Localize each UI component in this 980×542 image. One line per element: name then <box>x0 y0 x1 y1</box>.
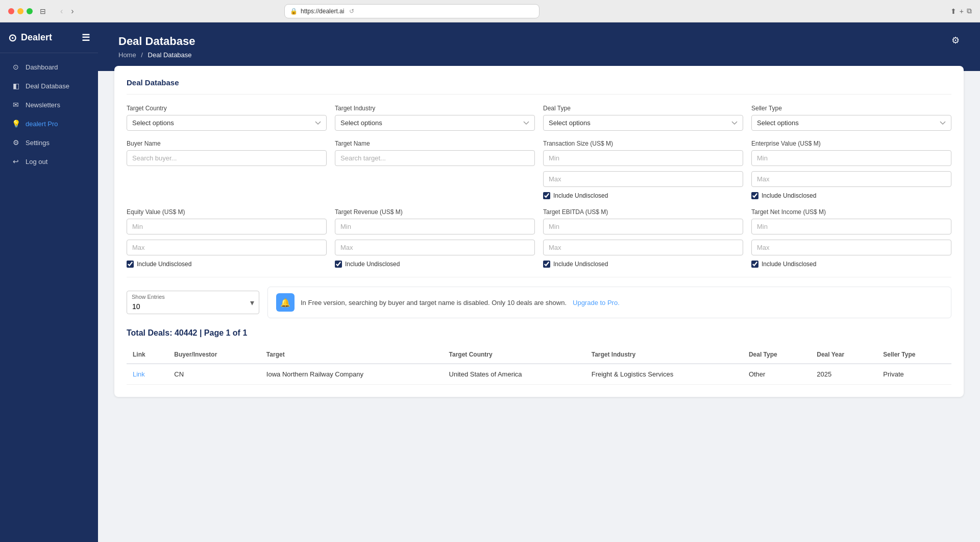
equity-value-undisclosed-checkbox[interactable] <box>127 261 134 268</box>
alert-bell-button[interactable]: 🔔 <box>276 293 295 312</box>
col-seller-type: Seller Type <box>877 346 951 364</box>
transaction-size-min[interactable] <box>543 150 743 166</box>
sidebar-toggle-button[interactable]: ⊟ <box>37 5 49 17</box>
settings-icon: ⚙ <box>11 138 20 147</box>
share-button[interactable]: ⬆ <box>950 7 957 15</box>
forward-button[interactable]: › <box>68 6 77 17</box>
target-net-income-max[interactable] <box>751 240 951 255</box>
target-name-label: Target Name <box>335 140 535 147</box>
nav-arrows: ‹ › <box>57 6 77 17</box>
equity-value-max[interactable] <box>127 240 327 255</box>
cell-country: United States of America <box>443 364 585 385</box>
toolbar-icons: ⬆ + ⧉ <box>950 7 972 15</box>
refresh-icon[interactable]: ↺ <box>349 8 354 15</box>
close-button[interactable] <box>8 8 14 14</box>
enterprise-value-max[interactable] <box>751 171 951 187</box>
target-ebitda-undisclosed-row: Include Undisclosed <box>543 261 743 268</box>
upgrade-link[interactable]: Upgrade to Pro. <box>573 299 620 307</box>
sidebar-nav: ⊙ Dashboard ◧ Deal Database ✉ Newsletter… <box>0 53 98 542</box>
pro-icon: 💡 <box>11 120 20 128</box>
enterprise-value-label: Enterprise Value (US$ M) <box>751 140 951 147</box>
breadcrumb-home[interactable]: Home <box>118 51 136 59</box>
filter-row-1: Target Country Select options Target Ind… <box>127 105 951 131</box>
table-body: Link CN Iowa Northern Railway Company Un… <box>127 364 951 385</box>
sidebar-label-newsletters: Newsletters <box>26 101 60 109</box>
back-button[interactable]: ‹ <box>57 6 66 17</box>
settings-gear-button[interactable]: ⚙ <box>951 35 960 46</box>
deal-type-select[interactable]: Select options <box>543 115 743 131</box>
filter-row-3: Equity Value (US$ M) Include Undisclosed… <box>127 208 951 268</box>
lock-icon: 🔒 <box>290 8 298 15</box>
equity-value-min[interactable] <box>127 219 327 234</box>
enterprise-value-undisclosed-checkbox[interactable] <box>751 192 758 199</box>
cell-buyer: CN <box>168 364 260 385</box>
show-entries-label: Show Entries <box>132 294 165 300</box>
buyer-name-input[interactable] <box>127 150 327 166</box>
sidebar-label-logout: Log out <box>26 158 47 166</box>
sidebar-label-deal-database: Deal Database <box>26 82 69 90</box>
filter-group-target-country: Target Country Select options <box>127 105 327 131</box>
url-bar[interactable]: 🔒 https://dealert.ai ↺ <box>284 4 540 18</box>
sidebar-item-logout[interactable]: ↩ Log out <box>3 152 95 171</box>
filter-group-target-name: Target Name <box>335 140 535 199</box>
sidebar-label-settings: Settings <box>26 139 50 147</box>
sidebar-item-deal-database[interactable]: ◧ Deal Database <box>3 77 95 95</box>
header-text: Deal Database Home / Deal Database <box>118 35 195 59</box>
target-ebitda-undisclosed-checkbox[interactable] <box>543 261 550 268</box>
col-industry: Target Industry <box>585 346 743 364</box>
filter-row-2: Buyer Name Target Name Transaction Size … <box>127 140 951 199</box>
maximize-button[interactable] <box>27 8 33 14</box>
target-revenue-max[interactable] <box>335 240 535 255</box>
target-country-label: Target Country <box>127 105 327 112</box>
sidebar-item-settings[interactable]: ⚙ Settings <box>3 133 95 152</box>
sidebar: ⊙ Dealert ☰ ⊙ Dashboard ◧ Deal Database … <box>0 22 98 542</box>
target-revenue-undisclosed-checkbox[interactable] <box>335 261 342 268</box>
sidebar-item-dashboard[interactable]: ⊙ Dashboard <box>3 58 95 76</box>
alert-banner: 🔔 In Free version, searching by buyer an… <box>267 287 951 318</box>
target-country-select[interactable]: Select options <box>127 115 327 131</box>
breadcrumb-separator: / <box>141 51 143 59</box>
target-net-income-undisclosed-checkbox[interactable] <box>751 261 758 268</box>
target-ebitda-label: Target EBITDA (US$ M) <box>543 208 743 216</box>
table-header: Link Buyer/Investor Target Target Countr… <box>127 346 951 364</box>
new-tab-button[interactable]: + <box>960 7 964 15</box>
col-country: Target Country <box>443 346 585 364</box>
filter-group-buyer-name: Buyer Name <box>127 140 327 199</box>
enterprise-value-min[interactable] <box>751 150 951 166</box>
sidebar-label-dealert-pro: dealert Pro <box>26 120 58 128</box>
sidebar-item-dealert-pro[interactable]: 💡 dealert Pro <box>3 114 95 133</box>
filter-group-target-industry: Target Industry Select options <box>335 105 535 131</box>
menu-icon[interactable]: ☰ <box>82 32 90 43</box>
col-buyer: Buyer/Investor <box>168 346 260 364</box>
filter-group-enterprise-value: Enterprise Value (US$ M) Include Undiscl… <box>751 140 951 199</box>
buyer-name-label: Buyer Name <box>127 140 327 147</box>
target-industry-select[interactable]: Select options <box>335 115 535 131</box>
sidebar-item-newsletters[interactable]: ✉ Newsletters <box>3 96 95 114</box>
col-target: Target <box>260 346 443 364</box>
panel-title: Deal Database <box>127 78 951 95</box>
breadcrumb-current: Deal Database <box>148 51 192 59</box>
deals-table: Link Buyer/Investor Target Target Countr… <box>127 346 951 385</box>
cell-industry: Freight & Logistics Services <box>585 364 743 385</box>
total-deals-text: Total Deals: 40442 | Page 1 of 1 <box>127 328 951 338</box>
target-name-input[interactable] <box>335 150 535 166</box>
seller-type-select[interactable]: Select options <box>751 115 951 131</box>
alert-message-text: In Free version, searching by buyer and … <box>301 299 567 307</box>
content-area: Deal Database Target Country Select opti… <box>98 71 980 542</box>
transaction-size-max[interactable] <box>543 171 743 187</box>
target-ebitda-max[interactable] <box>543 240 743 255</box>
target-ebitda-min[interactable] <box>543 219 743 234</box>
logo-icon: ⊙ <box>8 32 17 44</box>
deal-link[interactable]: Link <box>133 370 145 378</box>
dashboard-icon: ⊙ <box>11 63 20 71</box>
show-entries-wrapper: Show Entries 10 25 50 100 ▾ <box>127 291 259 314</box>
filter-group-target-revenue: Target Revenue (US$ M) Include Undisclos… <box>335 208 535 268</box>
target-net-income-min[interactable] <box>751 219 951 234</box>
enterprise-value-undisclosed-label: Include Undisclosed <box>762 192 816 199</box>
tabs-button[interactable]: ⧉ <box>967 7 972 15</box>
transaction-size-undisclosed-checkbox[interactable] <box>543 192 550 199</box>
minimize-button[interactable] <box>17 8 23 14</box>
sidebar-label-dashboard: Dashboard <box>26 63 58 71</box>
target-ebitda-undisclosed-label: Include Undisclosed <box>553 261 608 268</box>
target-revenue-min[interactable] <box>335 219 535 234</box>
